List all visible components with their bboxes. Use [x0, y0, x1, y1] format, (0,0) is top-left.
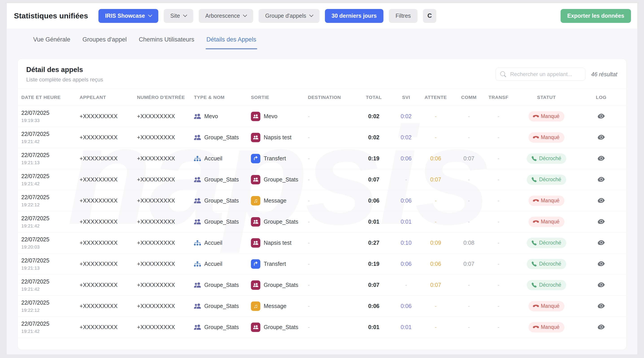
exit-label: Transfert [264, 155, 286, 162]
search-input[interactable] [510, 71, 580, 78]
cell-caller: +XXXXXXXXX [80, 176, 137, 183]
view-log-button[interactable] [596, 154, 606, 164]
view-log-button[interactable] [596, 238, 606, 248]
cell-status: Manqué [513, 322, 580, 332]
exit-label: Napsis test [264, 240, 292, 246]
export-button[interactable]: Exporter les données [560, 9, 631, 23]
table-row: 22/07/202519:21:42+XXXXXXXXX+XXXXXXXXXGr… [18, 274, 626, 296]
cell-entry-number: +XXXXXXXXX [137, 134, 194, 141]
filters-button[interactable]: Filtres [389, 9, 418, 23]
exit-chip [251, 112, 260, 121]
tab-details-appels[interactable]: Détails des Appels [206, 36, 256, 49]
view-log-button[interactable] [596, 280, 606, 290]
eye-icon [598, 197, 605, 204]
view-log-button[interactable] [596, 259, 606, 269]
cell-comm: 0:07 [454, 155, 484, 162]
table-row: 22/07/202519:21:42+XXXXXXXXX+XXXXXXXXXGr… [18, 169, 626, 190]
cell-comm: - [454, 176, 484, 183]
call-date: 22/07/2025 [21, 236, 80, 243]
table-row: 22/07/202519:22:12+XXXXXXXXX+XXXXXXXXXGr… [18, 190, 626, 211]
cell-status: Manqué [513, 196, 580, 206]
column-header-12: LOG [580, 95, 623, 100]
view-log-button[interactable] [596, 301, 606, 311]
cell-comm: - [454, 218, 484, 225]
exit-label: Groupe_Stats [264, 282, 298, 288]
view-log-button[interactable] [596, 217, 606, 227]
refresh-button[interactable]: C [423, 9, 436, 23]
cell-date-time: 22/07/202519:21:42 [21, 215, 80, 228]
cell-caller: +XXXXXXXXX [80, 113, 137, 120]
cell-transf: - [484, 134, 513, 141]
arborescence-dropdown[interactable]: Arborescence [199, 9, 253, 23]
people-icon [253, 219, 258, 224]
cell-entry-number: +XXXXXXXXX [137, 198, 194, 204]
eye-icon [598, 239, 605, 246]
view-log-button[interactable] [596, 132, 606, 143]
view-log-button[interactable] [596, 111, 606, 122]
phone-missed-icon [532, 218, 539, 225]
cell-svi: 0:01 [395, 324, 417, 330]
eye-icon [598, 134, 605, 141]
view-log-button[interactable] [596, 322, 606, 332]
table-row: 22/07/202519:21:42+XXXXXXXXX+XXXXXXXXXGr… [18, 127, 626, 148]
view-log-button[interactable] [596, 196, 606, 206]
cell-attente: 0:06 [417, 261, 454, 267]
cell-svi: 0:06 [395, 198, 417, 204]
cell-date-time: 22/07/202519:21:13 [21, 257, 80, 271]
cell-transf: - [484, 155, 513, 162]
type-label: Groupe_Stats [204, 282, 239, 288]
cell-svi: - [395, 282, 417, 288]
view-log-button[interactable] [596, 174, 606, 185]
arborescence-dropdown-label: Arborescence [206, 12, 240, 19]
call-group-dropdown[interactable]: Groupe d'appels [258, 9, 320, 23]
type-label: Groupe_Stats [204, 303, 239, 309]
search-icon [500, 71, 506, 77]
status-label: Manqué [541, 134, 560, 140]
cell-svi: 0:02 [395, 113, 417, 120]
tenant-selector-button[interactable]: IRIS Showcase [98, 9, 158, 23]
call-date: 22/07/2025 [21, 300, 80, 306]
table-row: 22/07/202519:22:12+XXXXXXXXX+XXXXXXXXXGr… [18, 296, 626, 317]
cell-attente: - [417, 218, 454, 225]
cell-attente: 0:06 [417, 155, 454, 162]
exit-label: Groupe_Stats [264, 176, 298, 183]
exit-label: Napsis test [264, 134, 292, 141]
tab-chemins-utilisateurs[interactable]: Chemins Utilisateurs [139, 36, 194, 49]
people-icon [194, 197, 201, 204]
cell-caller: +XXXXXXXXX [80, 155, 137, 162]
status-badge: Manqué [528, 132, 564, 143]
column-header-6: TOTAL [353, 95, 395, 100]
cell-comm: - [454, 282, 484, 288]
cell-transf: - [484, 261, 513, 267]
eye-icon [598, 260, 605, 267]
site-dropdown[interactable]: Site [164, 9, 193, 23]
cell-caller: +XXXXXXXXX [80, 324, 137, 330]
cell-entry-number: +XXXXXXXXX [137, 282, 194, 288]
tab-groupes-appel[interactable]: Groupes d'appel [82, 36, 127, 49]
phone-missed-icon [532, 302, 539, 310]
people-icon [253, 177, 258, 182]
cell-type-name: Groupe_Stats [194, 302, 251, 310]
cell-total: 0:01 [353, 218, 395, 225]
people-icon [194, 324, 201, 331]
call-time: 19:21:13 [21, 265, 80, 271]
cell-transf: - [484, 303, 513, 309]
search-box[interactable] [496, 68, 585, 81]
people-icon [253, 114, 258, 119]
cell-destination: - [308, 198, 353, 204]
cell-caller: +XXXXXXXXX [80, 218, 137, 225]
call-details-panel: napsis Détail des appels Liste complète … [18, 59, 626, 350]
tab-vue-generale[interactable]: Vue Générale [33, 36, 70, 49]
status-badge: Décroché [527, 280, 566, 290]
period-button[interactable]: 30 derniers jours [325, 9, 384, 23]
cell-exit: Groupe_Stats [251, 217, 308, 226]
sitemap-icon [194, 260, 201, 268]
status-label: Décroché [539, 240, 561, 246]
cell-status: Décroché [513, 174, 580, 185]
status-badge: Décroché [527, 174, 566, 185]
panel-title: Détail des appels [26, 66, 103, 74]
cell-total: 0:02 [353, 113, 395, 120]
table-row: 22/07/202519:21:13+XXXXXXXXX+XXXXXXXXXAc… [18, 254, 626, 274]
call-time: 19:21:42 [21, 181, 80, 186]
cell-attente: - [417, 303, 454, 309]
